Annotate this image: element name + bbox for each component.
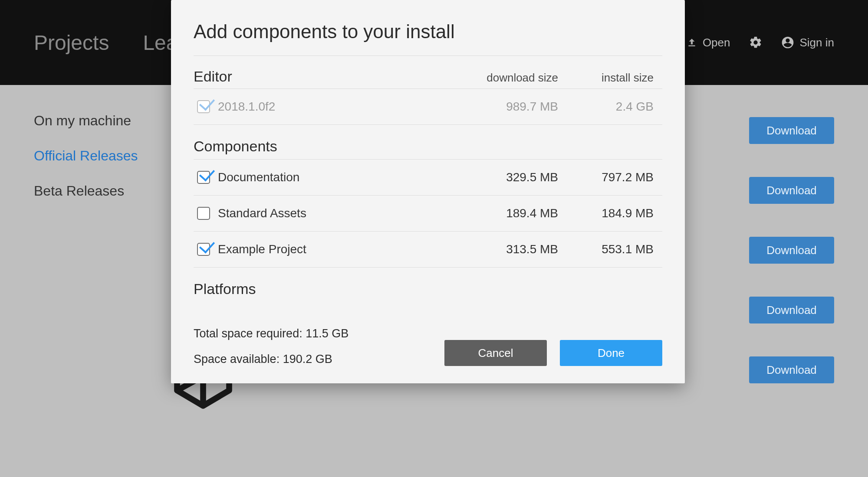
editor-checkbox: [197, 100, 210, 113]
add-components-modal: Add components to your install Editor do…: [171, 0, 685, 383]
component-install-size: 797.2 MB: [567, 170, 662, 184]
col-install-size: install size: [567, 71, 662, 85]
component-row: Standard Assets 189.4 MB 184.9 MB: [194, 196, 662, 231]
component-name: Standard Assets: [218, 206, 306, 220]
total-space-required: Total space required: 11.5 GB: [194, 327, 349, 340]
platforms-section-title: Platforms: [194, 281, 662, 297]
component-checkbox[interactable]: [197, 171, 210, 184]
editor-download-size: 989.7 MB: [454, 100, 567, 114]
editor-section-title: Editor: [194, 68, 454, 85]
component-name: Example Project: [218, 242, 306, 256]
space-available: Space available: 190.2 GB: [194, 353, 349, 366]
modal-title: Add components to your install: [194, 21, 662, 42]
component-download-size: 189.4 MB: [454, 206, 567, 220]
component-name: Documentation: [218, 170, 299, 184]
editor-row: 2018.1.0f2 989.7 MB 2.4 GB: [194, 89, 662, 124]
component-checkbox[interactable]: [197, 243, 210, 256]
editor-version: 2018.1.0f2: [218, 100, 275, 114]
components-section-title: Components: [194, 138, 662, 155]
done-button[interactable]: Done: [560, 340, 662, 366]
component-install-size: 184.9 MB: [567, 206, 662, 220]
component-download-size: 313.5 MB: [454, 242, 567, 256]
component-row: Documentation 329.5 MB 797.2 MB: [194, 160, 662, 195]
component-download-size: 329.5 MB: [454, 170, 567, 184]
component-install-size: 553.1 MB: [567, 242, 662, 256]
component-row: Example Project 313.5 MB 553.1 MB: [194, 232, 662, 267]
editor-install-size: 2.4 GB: [567, 100, 662, 114]
component-checkbox[interactable]: [197, 207, 210, 220]
modal-footer: Total space required: 11.5 GB Space avai…: [194, 327, 662, 366]
cancel-button[interactable]: Cancel: [444, 340, 547, 366]
editor-section-header: Editor download size install size: [194, 68, 662, 85]
col-download-size: download size: [454, 71, 567, 85]
